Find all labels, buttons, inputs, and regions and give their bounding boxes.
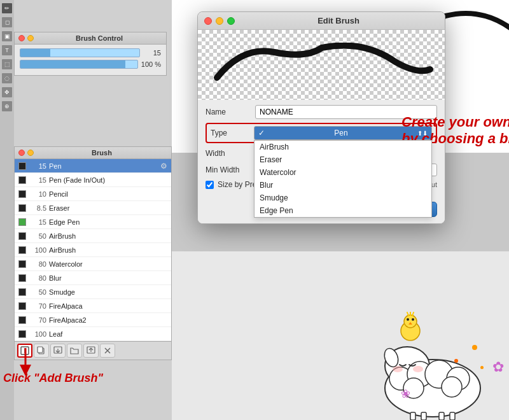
chick-character xyxy=(394,312,426,344)
lasso-tool-icon[interactable]: ◌ xyxy=(2,73,12,83)
svg-point-29 xyxy=(407,318,409,321)
brush-control-panel: Brush Control 15 100 % xyxy=(14,32,167,76)
brush-item[interactable]: 80 Watercolor xyxy=(15,257,171,271)
brush-size: 10 xyxy=(29,190,46,198)
brush-item[interactable]: 50 AirBrush xyxy=(15,229,171,243)
brush-item[interactable]: 80 Blur xyxy=(15,271,171,285)
dialog-preview xyxy=(198,30,445,100)
fill-tool-icon[interactable]: ▣ xyxy=(2,31,12,41)
brush-color-indicator xyxy=(18,330,26,338)
svg-point-30 xyxy=(412,318,414,321)
svg-rect-22 xyxy=(410,412,415,420)
type-selected-checkmark: ✓ xyxy=(258,129,265,137)
size-slider-track[interactable] xyxy=(20,48,140,57)
brush-name: FireAlpaca2 xyxy=(49,316,167,324)
brush-size: 15 xyxy=(29,218,46,226)
import-brush-button[interactable] xyxy=(50,344,66,358)
tool-strip: ✏ ◻ ▣ T ⬚ ◌ ✥ ⊕ xyxy=(0,0,14,420)
brush-color-indicator xyxy=(18,176,26,184)
export-brush-button[interactable] xyxy=(83,344,99,358)
brush-control-minimize-btn[interactable] xyxy=(27,35,34,41)
opacity-slider-track[interactable] xyxy=(20,60,138,69)
width-label: Width xyxy=(206,149,250,158)
brush-control-title: Brush Control xyxy=(36,34,162,42)
left-panel: ✏ ◻ ▣ T ⬚ ◌ ✥ ⊕ Brush Control 15 xyxy=(0,0,172,420)
dialog-close-btn[interactable] xyxy=(204,17,212,25)
type-selected-value: Pen xyxy=(334,129,347,137)
opacity-slider-row: 100 % xyxy=(20,60,161,69)
brush-item[interactable]: 70 FireAlpaca xyxy=(15,299,171,313)
brush-item[interactable]: 100 AirBrush xyxy=(15,243,171,257)
brush-name: AirBrush xyxy=(49,232,167,240)
brush-list-minimize-btn[interactable] xyxy=(27,150,34,156)
character-area xyxy=(318,293,509,420)
brush-size: 50 xyxy=(29,288,46,296)
zoom-tool-icon[interactable]: ⊕ xyxy=(2,101,12,111)
dropdown-item-smudge[interactable]: Smudge xyxy=(254,192,431,204)
brush-list-content: 15 Pen ⚙ 15 Pen (Fade In/Out) 10 Pencil … xyxy=(15,159,171,341)
size-by-pressure-checkbox[interactable] xyxy=(206,181,214,189)
brush-name: Eraser xyxy=(49,204,167,212)
type-label: Type xyxy=(211,129,249,137)
dialog-minimize-btn[interactable] xyxy=(216,17,223,25)
brush-list-titlebar: Brush xyxy=(15,147,171,159)
dialog-titlebar: Edit Brush xyxy=(198,12,445,30)
click-add-brush-annotation: Click "Add Brush" xyxy=(3,372,103,385)
dropdown-item-blur[interactable]: Blur xyxy=(254,179,431,192)
type-dropdown-menu: AirBrush Eraser Watercolor Blur Smudge E… xyxy=(254,140,432,218)
flower-decoration-2: ❀ xyxy=(401,387,410,401)
brush-name: Blur xyxy=(49,274,167,282)
pen-tool-icon[interactable]: ✏ xyxy=(2,3,12,13)
brush-name: Pen xyxy=(49,162,158,170)
svg-rect-23 xyxy=(421,412,426,420)
text-tool-icon[interactable]: T xyxy=(2,45,12,55)
move-tool-icon[interactable]: ✥ xyxy=(2,87,12,97)
brush-item[interactable]: 70 FireAlpaca2 xyxy=(15,313,171,327)
brush-list-panel: Brush 15 Pen ⚙ 15 Pen (Fade In/Out) 10 P… xyxy=(14,146,172,360)
dropdown-item-watercolor[interactable]: Watercolor xyxy=(254,166,431,179)
dropdown-item-eraser[interactable]: Eraser xyxy=(254,153,431,166)
svg-point-28 xyxy=(404,315,417,328)
brush-item[interactable]: 10 Pencil xyxy=(15,187,171,201)
brush-list-close-btn[interactable] xyxy=(18,150,25,156)
brush-name: Edge Pen xyxy=(49,218,167,226)
brush-color-indicator xyxy=(18,162,26,170)
brush-control-titlebar: Brush Control xyxy=(15,32,166,45)
brush-list-title: Brush xyxy=(36,149,167,157)
brush-size: 80 xyxy=(29,274,46,282)
brush-item[interactable]: 100 Leaf xyxy=(15,327,171,341)
dropdown-item-edge-pen[interactable]: Edge Pen xyxy=(254,204,431,217)
brush-item[interactable]: 15 Pen (Fade In/Out) xyxy=(15,173,171,187)
brush-item[interactable]: 15 Edge Pen xyxy=(15,215,171,229)
brush-name: FireAlpaca xyxy=(49,302,167,310)
dropdown-item-airbrush[interactable]: AirBrush xyxy=(254,141,431,153)
brush-color-indicator xyxy=(18,260,26,268)
brush-name: Pencil xyxy=(49,190,167,198)
dot-decoration-3 xyxy=(480,366,484,369)
svg-line-34 xyxy=(412,312,414,316)
brush-item[interactable]: 15 Pen ⚙ xyxy=(15,159,171,173)
opacity-slider-fill xyxy=(20,60,125,68)
folder-button[interactable] xyxy=(67,344,82,358)
brush-color-indicator xyxy=(18,204,26,212)
brush-color-indicator xyxy=(18,288,26,296)
opacity-value: 100 % xyxy=(141,60,161,68)
brush-name: Leaf xyxy=(49,330,167,338)
brush-settings-icon[interactable]: ⚙ xyxy=(160,162,167,171)
brush-size: 100 xyxy=(29,246,46,254)
dialog-maximize-btn[interactable] xyxy=(227,17,235,25)
brush-color-indicator xyxy=(18,218,26,226)
brush-control-close-btn[interactable] xyxy=(18,35,25,41)
brush-color-indicator xyxy=(18,316,26,324)
brush-item[interactable]: 50 Smudge xyxy=(15,285,171,299)
eraser-tool-icon[interactable]: ◻ xyxy=(2,17,12,27)
brush-size: 15 xyxy=(29,176,46,184)
brush-item[interactable]: 8.5 Eraser xyxy=(15,201,171,215)
svg-point-19 xyxy=(442,377,462,397)
sheep-character xyxy=(363,305,503,420)
select-tool-icon[interactable]: ⬚ xyxy=(2,59,12,69)
brush-color-indicator xyxy=(18,232,26,240)
delete-brush-button[interactable] xyxy=(100,344,115,358)
brush-control-content: 15 100 % xyxy=(15,45,166,75)
brush-name: Watercolor xyxy=(49,260,167,268)
